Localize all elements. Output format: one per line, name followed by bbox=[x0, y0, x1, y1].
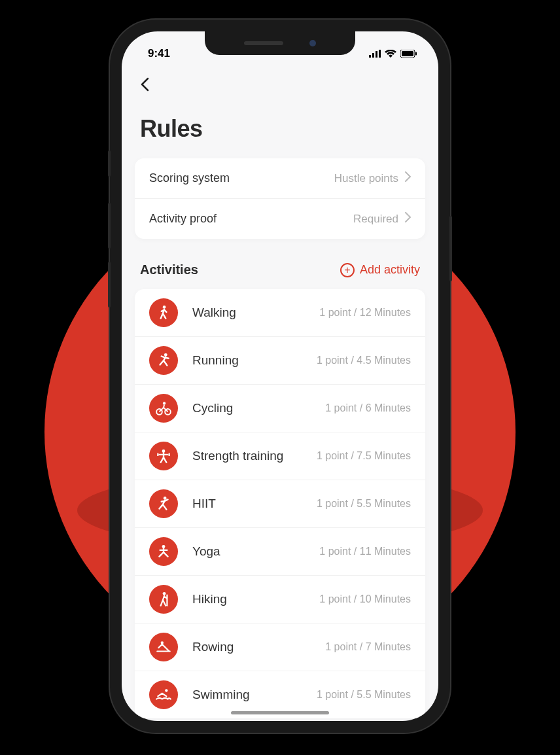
cycling-icon bbox=[149, 394, 178, 423]
activity-name: Rowing bbox=[192, 640, 311, 654]
svg-point-17 bbox=[163, 592, 166, 595]
notch-speaker bbox=[244, 41, 283, 45]
activity-name: Running bbox=[192, 353, 302, 368]
settings-row-activity-proof[interactable]: Activity proofRequired bbox=[135, 199, 425, 239]
phone-side-button bbox=[108, 150, 111, 177]
phone-power-button bbox=[449, 216, 452, 281]
activity-row-yoga[interactable]: Yoga1 point / 11 Minutes bbox=[135, 528, 425, 576]
activity-name: Strength training bbox=[192, 449, 302, 463]
status-time: 9:41 bbox=[148, 47, 170, 60]
hiking-icon bbox=[149, 585, 178, 614]
add-activity-button[interactable]: + Add activity bbox=[340, 263, 420, 277]
activity-name: Hiking bbox=[192, 592, 305, 606]
running-icon bbox=[149, 346, 178, 375]
notch-camera bbox=[309, 40, 316, 46]
home-indicator[interactable] bbox=[231, 711, 329, 714]
strength-icon bbox=[149, 442, 178, 470]
phone-frame: 9:41 Rules Scoring systemHustle bbox=[110, 20, 450, 733]
svg-point-15 bbox=[164, 497, 167, 500]
svg-point-8 bbox=[164, 353, 167, 357]
wifi-icon bbox=[385, 50, 396, 58]
phone-notch bbox=[205, 31, 355, 55]
svg-rect-0 bbox=[369, 55, 371, 58]
activity-points: 1 point / 5.5 Minutes bbox=[317, 689, 411, 701]
page-title: Rules bbox=[135, 102, 425, 158]
back-button[interactable] bbox=[140, 77, 149, 96]
swimming-icon bbox=[149, 680, 178, 709]
activities-header: Activities bbox=[140, 262, 198, 277]
activity-points: 1 point / 6 Minutes bbox=[325, 402, 411, 414]
activity-points: 1 point / 11 Minutes bbox=[319, 546, 411, 557]
battery-icon bbox=[400, 50, 417, 58]
svg-rect-5 bbox=[402, 51, 413, 56]
activity-row-cycling[interactable]: Cycling1 point / 6 Minutes bbox=[135, 385, 425, 432]
settings-row-value: Hustle points bbox=[334, 172, 398, 185]
activity-name: Cycling bbox=[192, 401, 311, 415]
hiit-icon bbox=[149, 489, 178, 518]
activity-row-running[interactable]: Running1 point / 4.5 Minutes bbox=[135, 337, 425, 385]
phone-volume-down bbox=[108, 262, 111, 307]
yoga-icon bbox=[149, 537, 178, 566]
activity-points: 1 point / 4.5 Minutes bbox=[317, 355, 411, 366]
activity-points: 1 point / 5.5 Minutes bbox=[317, 498, 411, 510]
svg-rect-14 bbox=[169, 453, 170, 456]
activity-row-rowing[interactable]: Rowing1 point / 7 Minutes bbox=[135, 623, 425, 671]
chevron-right-icon bbox=[405, 212, 411, 226]
phone-volume-up bbox=[108, 203, 111, 249]
activity-row-strength[interactable]: Strength training1 point / 7.5 Minutes bbox=[135, 432, 425, 480]
walking-icon bbox=[149, 298, 178, 327]
activity-row-walking[interactable]: Walking1 point / 12 Minutes bbox=[135, 289, 425, 337]
svg-point-19 bbox=[165, 689, 167, 692]
settings-card: Scoring systemHustle pointsActivity proo… bbox=[135, 158, 425, 239]
svg-point-7 bbox=[163, 306, 166, 309]
svg-rect-6 bbox=[415, 52, 417, 56]
activity-name: Yoga bbox=[192, 544, 305, 559]
svg-rect-3 bbox=[379, 50, 381, 58]
settings-row-value: Required bbox=[353, 213, 398, 226]
svg-rect-1 bbox=[372, 53, 374, 58]
activity-name: Swimming bbox=[192, 688, 302, 702]
phone-screen: 9:41 Rules Scoring systemHustle bbox=[122, 31, 438, 721]
chevron-right-icon bbox=[405, 171, 411, 185]
activity-points: 1 point / 7 Minutes bbox=[325, 641, 411, 653]
activity-name: HIIT bbox=[192, 497, 302, 511]
activity-name: Walking bbox=[192, 306, 305, 320]
svg-rect-2 bbox=[376, 51, 377, 58]
settings-row-label: Scoring system bbox=[149, 171, 230, 185]
activity-row-hiking[interactable]: Hiking1 point / 10 Minutes bbox=[135, 576, 425, 623]
add-activity-label: Add activity bbox=[360, 263, 420, 277]
activity-points: 1 point / 10 Minutes bbox=[319, 593, 411, 605]
rowing-icon bbox=[149, 633, 178, 661]
svg-rect-13 bbox=[157, 453, 158, 456]
plus-circle-icon: + bbox=[340, 263, 355, 277]
settings-row-label: Activity proof bbox=[149, 212, 217, 226]
settings-row-scoring-system[interactable]: Scoring systemHustle points bbox=[135, 158, 425, 199]
cellular-signal-icon bbox=[369, 50, 381, 58]
activity-row-hiit[interactable]: HIIT1 point / 5.5 Minutes bbox=[135, 480, 425, 528]
content-area: Rules Scoring systemHustle pointsActivit… bbox=[122, 64, 438, 721]
activity-points: 1 point / 7.5 Minutes bbox=[317, 450, 411, 462]
activities-card: Walking1 point / 12 MinutesRunning1 poin… bbox=[135, 289, 425, 718]
svg-point-11 bbox=[163, 402, 166, 404]
activity-points: 1 point / 12 Minutes bbox=[319, 307, 411, 319]
